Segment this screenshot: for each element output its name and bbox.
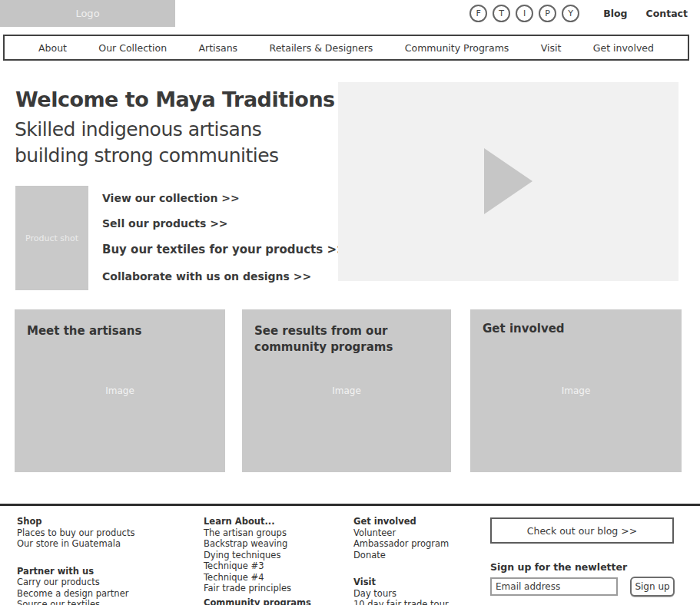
footer-link[interactable]: 10 day fair trade tour xyxy=(353,599,449,605)
card-community-programs-results[interactable]: See results from our community programs … xyxy=(242,309,451,472)
hero-subtitle: Skilled indigenous artisans building str… xyxy=(15,117,337,169)
main-nav: About Our Collection Artisans Retailers … xyxy=(3,35,689,61)
card-get-involved[interactable]: Get involved Image xyxy=(470,309,682,472)
footer-column-learn: Learn About... The artisan groups Backst… xyxy=(204,516,311,605)
blog-link[interactable]: Blog xyxy=(603,8,627,19)
pinterest-icon[interactable]: P xyxy=(539,5,556,22)
footer-heading-community-programs: Community programs xyxy=(204,597,311,605)
footer-link[interactable]: Backstrap weaving xyxy=(204,538,311,550)
product-shot-placeholder: Product shot xyxy=(15,186,88,290)
twitter-icon[interactable]: T xyxy=(493,5,510,22)
nav-item-retailers-designers[interactable]: Retailers & Designers xyxy=(270,42,373,54)
card-title: Meet the artisans xyxy=(15,309,225,339)
footer-link[interactable]: The artisan groups xyxy=(204,527,311,539)
video-placeholder[interactable] xyxy=(338,82,678,281)
footer-column-shop: Shop Places to buy our products Our stor… xyxy=(17,516,134,605)
footer-link[interactable]: Source our textiles xyxy=(17,599,134,605)
card-meet-the-artisans[interactable]: Meet the artisans Image xyxy=(15,309,225,472)
footer-heading-visit: Visit xyxy=(353,577,449,588)
footer-heading-get-involved: Get involved xyxy=(353,516,449,527)
image-placeholder-label: Image xyxy=(470,385,682,396)
signup-button[interactable]: Sign up xyxy=(630,577,675,597)
youtube-icon[interactable]: Y xyxy=(562,5,579,22)
footer-link[interactable]: Places to buy our products xyxy=(17,527,134,539)
buy-textiles-link[interactable]: Buy our textiles for your products >> xyxy=(102,243,347,256)
footer-link[interactable]: Volunteer xyxy=(353,527,449,539)
image-placeholder-label: Image xyxy=(15,385,225,396)
footer-heading-partner: Partner with us xyxy=(17,566,134,577)
nav-item-community-programs[interactable]: Community Programs xyxy=(405,42,509,54)
play-icon[interactable] xyxy=(484,148,532,214)
newsletter-label: Sign up for the newletter xyxy=(490,561,627,573)
card-title: Get involved xyxy=(470,309,682,337)
email-field[interactable] xyxy=(490,577,618,596)
footer-heading-shop: Shop xyxy=(17,516,134,527)
card-title: See results from our community programs xyxy=(242,309,451,355)
footer-heading-learn-about: Learn About... xyxy=(204,516,311,527)
nav-item-get-involved[interactable]: Get involved xyxy=(593,42,654,54)
footer-link[interactable]: Fair trade principles xyxy=(204,583,311,594)
footer-column-involved: Get involved Volunteer Ambassador progra… xyxy=(353,516,449,605)
nav-item-about[interactable]: About xyxy=(38,42,67,54)
collaborate-link[interactable]: Collaborate with us on designs >> xyxy=(102,270,347,283)
page-title: Welcome to Maya Traditions xyxy=(15,88,335,111)
contact-link[interactable]: Contact xyxy=(646,8,688,19)
nav-item-artisans[interactable]: Artisans xyxy=(198,42,237,54)
footer-link[interactable]: Dying techniques xyxy=(204,550,311,561)
instagram-icon[interactable]: I xyxy=(516,5,533,22)
footer-link[interactable]: Technique #3 xyxy=(204,560,311,572)
footer-link[interactable]: Become a design partner xyxy=(17,588,134,600)
product-shot-label: Product shot xyxy=(25,233,78,243)
footer-divider xyxy=(0,504,700,506)
image-placeholder-label: Image xyxy=(242,385,451,396)
blog-button[interactable]: Check out our blog >> xyxy=(490,517,674,544)
hero-links: View our collection >> Sell our products… xyxy=(102,192,347,283)
facebook-icon[interactable]: F xyxy=(469,5,487,22)
footer-link[interactable]: Technique #4 xyxy=(204,572,311,584)
header-right: F T I P Y Blog Contact xyxy=(469,5,688,22)
footer-link[interactable]: Our store in Guatemala xyxy=(17,538,134,550)
page: Logo F T I P Y Blog Contact About Our Co… xyxy=(0,0,700,605)
footer-link[interactable]: Ambassador program xyxy=(353,538,449,550)
view-collection-link[interactable]: View our collection >> xyxy=(102,192,347,204)
logo-label: Logo xyxy=(75,8,99,19)
footer-link[interactable]: Carry our products xyxy=(17,577,134,588)
footer-link[interactable]: Donate xyxy=(353,550,449,561)
nav-item-visit[interactable]: Visit xyxy=(541,42,562,54)
footer-link[interactable]: Day tours xyxy=(353,588,449,600)
logo[interactable]: Logo xyxy=(0,0,175,27)
nav-item-our-collection[interactable]: Our Collection xyxy=(98,42,167,54)
blog-button-label: Check out our blog >> xyxy=(527,525,637,537)
sell-products-link[interactable]: Sell our products >> xyxy=(102,217,347,230)
